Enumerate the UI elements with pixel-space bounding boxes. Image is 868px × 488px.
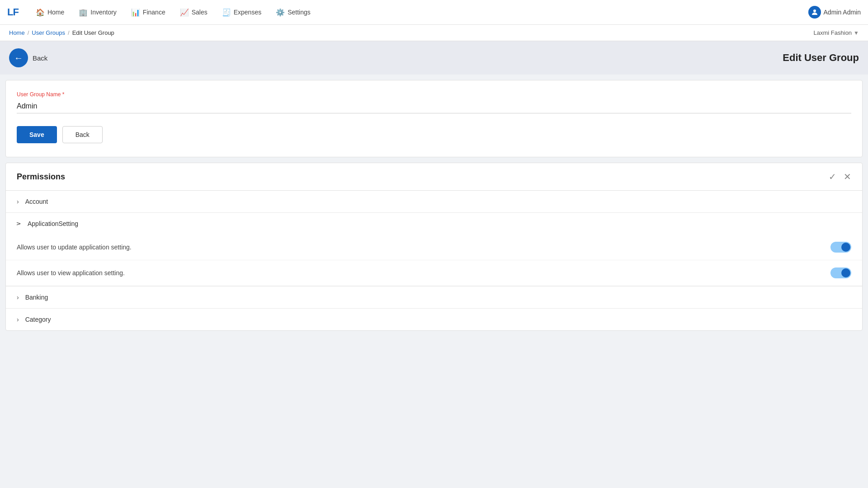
- user-menu[interactable]: Admin Admin: [808, 6, 861, 19]
- user-avatar-icon: [808, 6, 821, 19]
- settings-icon: ⚙️: [276, 8, 285, 17]
- permission-section-banking: › Banking: [6, 286, 862, 309]
- toggle-update-setting[interactable]: [830, 242, 851, 253]
- form-card: User Group Name * Save Back: [5, 80, 863, 157]
- field-required-star: *: [62, 91, 65, 98]
- breadcrumb-sep-2: /: [68, 29, 70, 36]
- toggle-label-view: Allows user to view application setting.: [17, 269, 125, 277]
- applicationsetting-chevron-icon: ∧: [15, 221, 23, 226]
- permission-section-category-header[interactable]: › Category: [6, 309, 862, 330]
- app-logo[interactable]: LF: [7, 7, 19, 17]
- toggle-view-setting[interactable]: [830, 267, 851, 278]
- inventory-icon: 🏢: [79, 8, 88, 17]
- form-buttons: Save Back: [17, 126, 851, 143]
- nav-sales-label: Sales: [192, 9, 208, 16]
- nav-sales[interactable]: 📈 Sales: [174, 5, 214, 19]
- top-navigation: LF 🏠 Home 🏢 Inventory 📊 Finance 📈 Sales …: [0, 0, 868, 25]
- permissions-check-button[interactable]: ✓: [829, 171, 836, 182]
- nav-expenses-label: Expenses: [234, 9, 261, 16]
- account-chevron-icon: ›: [17, 198, 19, 205]
- nav-inventory-label: Inventory: [90, 9, 117, 16]
- permission-section-category: › Category: [6, 309, 862, 330]
- field-label-text: User Group Name: [17, 91, 61, 98]
- permission-section-applicationsetting: ∧ ApplicationSetting Allows user to upda…: [6, 213, 862, 286]
- nav-finance[interactable]: 📊 Finance: [125, 5, 172, 19]
- store-dropdown-icon: ▼: [854, 30, 859, 36]
- category-chevron-icon: ›: [17, 316, 19, 323]
- sales-icon: 📈: [180, 8, 189, 17]
- nav-settings[interactable]: ⚙️ Settings: [269, 5, 317, 19]
- user-name-label: Admin Admin: [824, 9, 861, 16]
- finance-icon: 📊: [131, 8, 140, 17]
- back-label: Back: [33, 54, 47, 62]
- store-selector[interactable]: Laxmi Fashion ▼: [814, 29, 859, 36]
- breadcrumb-bar: Home / User Groups / Edit User Group Lax…: [0, 25, 868, 41]
- breadcrumb-sep-1: /: [28, 29, 29, 36]
- breadcrumb-current: Edit User Group: [72, 29, 114, 36]
- nav-inventory[interactable]: 🏢 Inventory: [72, 5, 123, 19]
- back-button-header[interactable]: ← Back: [9, 48, 47, 67]
- logo-blue: F: [13, 6, 18, 18]
- toggle-label-update: Allows user to update application settin…: [17, 244, 132, 251]
- nav-home[interactable]: 🏠 Home: [29, 5, 71, 19]
- store-name: Laxmi Fashion: [814, 29, 852, 36]
- permission-section-banking-header[interactable]: › Banking: [6, 286, 862, 308]
- field-label: User Group Name *: [17, 91, 851, 98]
- nav-finance-label: Finance: [143, 9, 165, 16]
- svg-point-0: [813, 9, 816, 12]
- nav-right: Admin Admin: [808, 6, 861, 19]
- nav-home-label: Home: [47, 9, 64, 16]
- permission-section-account: › Account: [6, 191, 862, 213]
- toggle-row-update-setting: Allows user to update application settin…: [6, 235, 862, 260]
- save-button[interactable]: Save: [17, 126, 57, 143]
- permissions-close-button[interactable]: ✕: [844, 171, 851, 182]
- logo-red: L: [7, 6, 13, 18]
- banking-section-label: Banking: [25, 294, 48, 301]
- applicationsetting-section-label: ApplicationSetting: [28, 220, 78, 227]
- breadcrumb-user-groups[interactable]: User Groups: [32, 29, 65, 36]
- toggle-view-slider: [830, 267, 851, 278]
- nav-items: 🏠 Home 🏢 Inventory 📊 Finance 📈 Sales 🧾 E…: [29, 5, 808, 19]
- permissions-title: Permissions: [17, 172, 65, 182]
- banking-chevron-icon: ›: [17, 294, 19, 301]
- page-header: ← Back Edit User Group: [0, 41, 868, 75]
- user-group-name-input[interactable]: [17, 100, 851, 113]
- permission-section-account-header[interactable]: › Account: [6, 191, 862, 212]
- breadcrumb: Home / User Groups / Edit User Group: [9, 29, 114, 36]
- toggle-row-view-setting: Allows user to view application setting.: [6, 260, 862, 286]
- permission-section-applicationsetting-header[interactable]: ∧ ApplicationSetting: [6, 213, 862, 235]
- category-section-label: Category: [25, 316, 51, 323]
- expenses-icon: 🧾: [222, 8, 231, 17]
- permissions-header: Permissions ✓ ✕: [6, 163, 862, 191]
- page-title: Edit User Group: [783, 52, 859, 64]
- nav-settings-label: Settings: [288, 9, 311, 16]
- nav-expenses[interactable]: 🧾 Expenses: [216, 5, 268, 19]
- account-section-label: Account: [25, 198, 48, 205]
- back-button-form[interactable]: Back: [62, 126, 103, 143]
- breadcrumb-home[interactable]: Home: [9, 29, 25, 36]
- home-icon: 🏠: [36, 8, 45, 17]
- back-arrow-icon: ←: [14, 53, 23, 63]
- back-circle-icon: ←: [9, 48, 28, 67]
- permissions-actions: ✓ ✕: [829, 171, 851, 182]
- toggle-update-slider: [830, 242, 851, 253]
- permissions-card: Permissions ✓ ✕ › Account ∧ ApplicationS…: [5, 163, 863, 331]
